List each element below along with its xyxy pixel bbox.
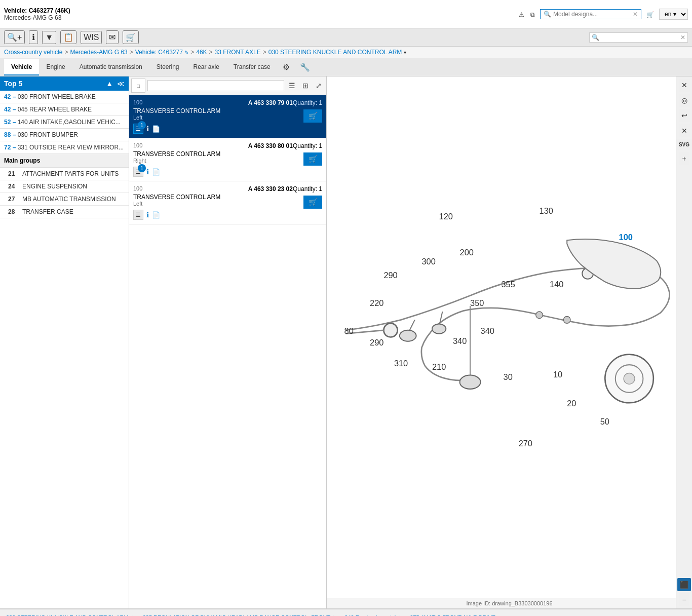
sidebar-main-groups-title: Main groups xyxy=(0,154,129,168)
part-item-3[interactable]: 100 A 463 330 23 02 TRANSVERSE CONTROL A… xyxy=(129,181,326,224)
part-info-btn-3[interactable]: ℹ xyxy=(146,211,149,219)
diagram-num-290a: 290 xyxy=(383,271,397,280)
thumb-label-035[interactable]: 035 REGULATION OF DYNAMIC HEADLAMP RANGE… xyxy=(141,613,339,616)
wis-toolbar-btn[interactable]: WIS xyxy=(81,31,102,44)
diagram-circle-btn[interactable]: ◎ xyxy=(679,94,690,107)
sidebar-group-28[interactable]: 28 TRANSFER CASE xyxy=(0,206,129,218)
add-cart-btn-3[interactable]: 🛒 xyxy=(303,196,322,209)
breadcrumb-vehicle-c463277[interactable]: Vehicle: C463277 ✎ xyxy=(135,49,188,56)
sidebar-group-27[interactable]: 27 MB AUTOMATIC TRANSMISSION xyxy=(0,193,129,206)
part-item-1[interactable]: 100 A 463 330 79 01 TRANSVERSE CONTROL A… xyxy=(129,95,326,138)
doc-toolbar-btn[interactable]: 📋 xyxy=(60,30,76,44)
sidebar-item-72-331[interactable]: 72 – 331 OUTSIDE REAR VIEW MIRROR... xyxy=(0,141,129,154)
info-toolbar-btn[interactable]: ℹ xyxy=(29,30,38,44)
part-pos-3: 100 xyxy=(133,185,142,191)
thumbnails-area: 030 STEERING KNUCKLE AND CONTROL ARM ✎ 0… xyxy=(0,608,692,616)
diagram-num-355: 355 xyxy=(502,280,515,289)
header-vehicle-info: Vehicle: C463277 (46K) Mercedes-AMG G 63 xyxy=(4,7,70,21)
part-info-btn-1[interactable]: ℹ xyxy=(146,125,149,133)
part-desc-1: TRANSVERSE CONTROL ARM xyxy=(133,107,293,114)
sidebar-item-52-140[interactable]: 52 – 140 AIR INTAKE,GASOLINE VEHIC... xyxy=(0,116,129,129)
diagram-hub-center xyxy=(624,373,635,384)
diagram-num-50: 50 xyxy=(600,417,609,426)
part-actions-2: ☰ 1 ℹ 📄 xyxy=(133,167,293,177)
toolbar: 🔍+ ℹ ▼ 📋 WIS ✉ 🛒 🔍 ✕ xyxy=(0,28,692,47)
warning-button[interactable]: ⚠ xyxy=(518,8,525,20)
breadcrumb-dropdown-arrow[interactable]: ▾ xyxy=(404,50,406,55)
tab-tools-icon[interactable]: 🔧 xyxy=(295,58,315,76)
add-cart-btn-2[interactable]: 🛒 xyxy=(303,152,322,166)
thumb-label-040[interactable]: 040 Front axle portal ✎ xyxy=(342,613,404,616)
diagram-svg: 120 130 100 290 300 200 220 350 355 140 … xyxy=(332,82,671,593)
tab-settings-icon[interactable]: ⚙ xyxy=(278,58,295,76)
svg-point-4 xyxy=(536,312,543,319)
tab-automatic-transmission[interactable]: Automatic transmission xyxy=(72,59,149,75)
diagram-upper-arm xyxy=(567,239,661,289)
thumb-label-075[interactable]: 075 4MATIC FRONT AXLE DRIVE xyxy=(408,613,497,616)
parts-fullscreen-icon[interactable]: ⤢ xyxy=(313,80,324,91)
tab-steering[interactable]: Steering xyxy=(149,59,186,75)
language-selector[interactable]: en ▾ de fr xyxy=(659,9,688,20)
tab-transfer-case[interactable]: Transfer case xyxy=(226,59,278,75)
filter-toolbar-btn[interactable]: ▼ xyxy=(42,31,56,44)
part-doc-btn-1[interactable]: 📄 xyxy=(152,125,160,133)
tabs-bar: Vehicle Engine Automatic transmission St… xyxy=(0,58,692,76)
parts-filter-input[interactable] xyxy=(147,80,284,91)
part-pos-2: 100 xyxy=(133,142,142,148)
svg-point-5 xyxy=(563,317,570,324)
diagram-zoom-in-btn[interactable]: + xyxy=(679,152,688,165)
breadcrumb-front-axle[interactable]: 33 FRONT AXLE xyxy=(215,49,261,56)
part-doc-btn-3[interactable]: 📄 xyxy=(152,211,160,219)
diagram-svg-btn[interactable]: SVG xyxy=(676,139,692,150)
part-info-btn-2[interactable]: ℹ xyxy=(146,168,149,176)
diagram-num-100[interactable]: 100 xyxy=(619,233,633,242)
diagram-history-btn[interactable]: ↩ xyxy=(679,109,690,122)
breadcrumb-amg-g63[interactable]: Mercedes-AMG G 63 xyxy=(70,49,127,56)
part-config-btn-2[interactable]: ☰ 1 xyxy=(133,167,143,177)
sidebar-title: Top 5 xyxy=(4,80,22,88)
diagram-bushing-2 xyxy=(432,324,446,334)
diagram-zoom-out-btn[interactable]: − xyxy=(679,593,688,606)
breadcrumb-46k[interactable]: 46K xyxy=(196,49,207,56)
cart-header-button[interactable]: 🛒 xyxy=(645,8,655,20)
thumb-label-030[interactable]: 030 STEERING KNUCKLE AND CONTROL ARM ✎ xyxy=(4,613,137,616)
diagram-num-300: 300 xyxy=(421,257,435,266)
parts-grid-view-icon[interactable]: ⊞ xyxy=(300,80,311,91)
sidebar-item-42-045[interactable]: 42 – 045 REAR WHEEL BRAKE xyxy=(0,103,129,116)
model-search-input[interactable] xyxy=(553,11,633,18)
diagram-handle-btn[interactable]: ⬛ xyxy=(677,578,691,591)
cart-toolbar-btn[interactable]: 🛒 xyxy=(123,30,139,44)
clear-search-icon[interactable]: ✕ xyxy=(633,11,638,18)
sidebar-item-88-030[interactable]: 88 – 030 FRONT BUMPER xyxy=(0,129,129,141)
copy-button[interactable]: ⧉ xyxy=(529,8,536,20)
sidebar-expand-icon[interactable]: ≪ xyxy=(117,80,125,88)
tab-engine[interactable]: Engine xyxy=(39,59,72,75)
part-qty-2: Quantity: 1 xyxy=(293,142,322,149)
sidebar-group-21[interactable]: 21 ATTACHMENT PARTS FOR UNITS xyxy=(0,168,129,180)
zoom-in-toolbar-btn[interactable]: 🔍+ xyxy=(4,30,25,44)
sidebar-item-42-030[interactable]: 42 – 030 FRONT WHEEL BRAKE xyxy=(0,91,129,103)
tab-rear-axle[interactable]: Rear axle xyxy=(186,59,226,75)
sidebar-header: Top 5 ▲ ≪ xyxy=(0,76,129,91)
diagram-cross-btn[interactable]: ✕ xyxy=(679,124,690,137)
sidebar-collapse-icon[interactable]: ▲ xyxy=(106,80,113,88)
part-config-btn-3[interactable]: ☰ xyxy=(133,210,143,220)
mail-toolbar-btn[interactable]: ✉ xyxy=(106,30,119,44)
breadcrumb: Cross-country vehicle > Mercedes-AMG G 6… xyxy=(0,47,692,58)
add-cart-btn-1[interactable]: 🛒 xyxy=(303,109,322,123)
part-doc-btn-2[interactable]: 📄 xyxy=(152,168,160,176)
diagram-num-340a: 340 xyxy=(453,336,467,345)
breadcrumb-cross-country[interactable]: Cross-country vehicle xyxy=(4,49,62,56)
diagram-num-350: 350 xyxy=(470,298,484,307)
diagram-num-310: 310 xyxy=(394,359,408,368)
tab-vehicle[interactable]: Vehicle xyxy=(4,59,39,75)
sidebar-group-24[interactable]: 24 ENGINE SUSPENSION xyxy=(0,180,129,193)
parts-list-view-icon[interactable]: ☰ xyxy=(286,80,298,91)
diagram-search-clear[interactable]: ✕ xyxy=(680,34,685,41)
part-config-btn-1[interactable]: ☰ 1 xyxy=(133,124,143,134)
diagram-close-btn[interactable]: ✕ xyxy=(679,79,690,92)
part-item-2[interactable]: 100 A 463 330 80 01 TRANSVERSE CONTROL A… xyxy=(129,138,326,181)
thumbnails-header: 030 STEERING KNUCKLE AND CONTROL ARM ✎ 0… xyxy=(4,613,688,616)
breadcrumb-current[interactable]: 030 STEERING KNUCKLE AND CONTROL ARM xyxy=(268,49,402,56)
diagram-search-input[interactable] xyxy=(599,34,680,41)
